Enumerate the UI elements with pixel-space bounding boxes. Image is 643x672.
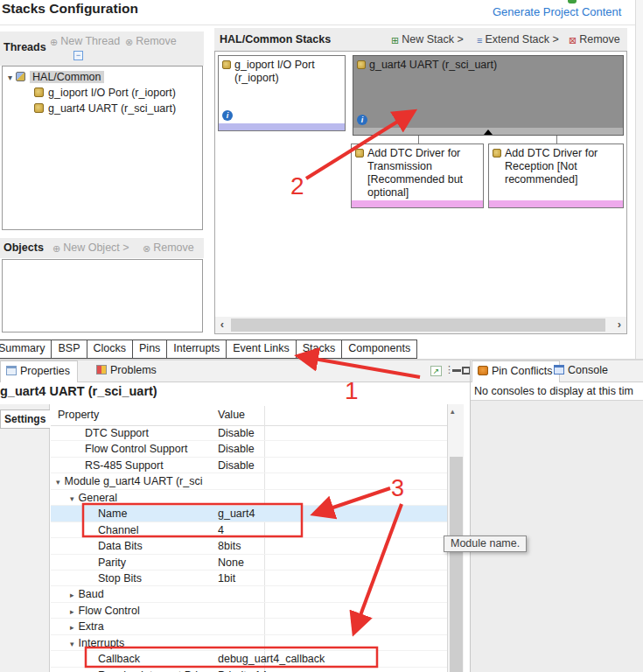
tab-stacks[interactable]: Stacks: [297, 340, 343, 359]
minimize-icon[interactable]: [452, 369, 461, 372]
property-label: Data Bits: [98, 540, 143, 552]
property-row[interactable]: ▸Extra: [51, 619, 447, 634]
property-label: Interrupts: [79, 637, 125, 649]
property-row[interactable]: RS-485 SupportDisable: [51, 458, 447, 473]
scroll-up-icon[interactable]: ▴: [451, 407, 455, 416]
property-value[interactable]: [218, 635, 447, 650]
property-row[interactable]: Callbackdebug_uart4_callback: [51, 651, 447, 667]
collapse-arrow-icon[interactable]: ▾: [70, 640, 74, 648]
tab-pin-conflicts[interactable]: Pin Conflicts: [472, 360, 560, 382]
property-value[interactable]: Disable: [218, 441, 447, 456]
property-value[interactable]: 4: [218, 522, 447, 537]
editor-scrollbar[interactable]: [635, 0, 643, 359]
property-value[interactable]: debug_uart4_callback: [218, 651, 447, 666]
column-value: Value: [218, 409, 245, 421]
objects-list[interactable]: [2, 259, 203, 332]
tree-item-label: g_ioport I/O Port (r_ioport): [48, 87, 176, 99]
tab-components[interactable]: Components: [342, 340, 417, 359]
collapse-arrow-icon[interactable]: ▾: [70, 494, 74, 503]
property-value[interactable]: [218, 490, 447, 505]
property-row[interactable]: ▸Flow Control: [51, 603, 447, 619]
generate-project-content-link[interactable]: Generate Project Content: [493, 5, 621, 18]
stack-block-uart[interactable]: g_uart4 UART (r_sci_uart) i: [353, 55, 624, 136]
tab-interrupts[interactable]: Interrupts: [167, 340, 227, 359]
scrollbar-thumb[interactable]: [231, 318, 605, 332]
stack-block-ioport[interactable]: g_ioport I/O Port (r_ioport) i: [218, 55, 346, 131]
canvas-hscrollbar[interactable]: ‹ ›: [215, 317, 626, 333]
property-value[interactable]: g_uart4: [218, 506, 447, 521]
property-name-cell: ▸Baud: [51, 586, 215, 601]
collapse-all-icon[interactable]: −: [73, 51, 83, 60]
connector-line: [418, 136, 419, 144]
property-label: Parity: [98, 556, 126, 569]
property-row[interactable]: ▾Module g_uart4 UART (r_sci: [51, 473, 447, 489]
add-module-icon: [355, 149, 364, 158]
module-icon: [16, 72, 25, 81]
scroll-right-icon[interactable]: ›: [612, 317, 626, 333]
tab-pins[interactable]: Pins: [133, 340, 167, 359]
property-label: Channel: [98, 524, 139, 536]
new-object-button[interactable]: ⊕New Object >: [52, 242, 129, 255]
property-row[interactable]: Stop Bits1bit: [51, 570, 447, 586]
view-menu-icon[interactable]: ↗: [430, 366, 442, 376]
remove-stack-button[interactable]: ⊠Remove: [569, 33, 620, 46]
tab-clocks[interactable]: Clocks: [87, 340, 134, 359]
property-value[interactable]: 8bits: [218, 538, 447, 553]
property-name-cell: ▾Module g_uart4 UART (r_sci: [51, 473, 215, 488]
property-value[interactable]: [218, 603, 447, 618]
property-value[interactable]: [218, 473, 447, 488]
property-value[interactable]: 1bit: [218, 570, 447, 585]
property-row[interactable]: ▸Baud: [51, 586, 447, 602]
extend-stack-button[interactable]: ≡Extend Stack >: [477, 33, 559, 46]
property-value[interactable]: Priority 14: [218, 668, 447, 672]
add-module-icon: [493, 149, 501, 158]
tree-item[interactable]: g_ioport I/O Port (r_ioport): [3, 85, 202, 101]
objects-panel-header: Objects ⊕New Object > ⊗Remove: [0, 238, 204, 258]
property-value[interactable]: [218, 619, 447, 634]
tab-settings[interactable]: Settings: [0, 410, 50, 429]
scroll-left-icon[interactable]: ‹: [215, 317, 229, 333]
tree-item[interactable]: g_uart4 UART (r_sci_uart): [3, 101, 202, 116]
remove-object-button[interactable]: ⊗Remove: [143, 242, 194, 255]
expand-arrow-icon[interactable]: ▸: [70, 591, 74, 599]
info-icon[interactable]: i: [357, 115, 367, 125]
stacks-configuration-page: Stacks Configuration Generate Project Co…: [0, 0, 643, 672]
threads-label: Threads: [3, 41, 46, 53]
remove-thread-button[interactable]: ⊗Remove: [125, 35, 177, 48]
info-icon[interactable]: i: [222, 110, 233, 121]
collapse-arrow-icon[interactable]: ▾: [56, 478, 60, 486]
expand-triangle-icon[interactable]: [484, 130, 493, 135]
property-row[interactable]: Flow Control SupportDisable: [51, 441, 447, 457]
property-value[interactable]: [218, 586, 447, 601]
property-row[interactable]: ▾Interrupts: [51, 635, 447, 651]
column-property: Property: [58, 409, 99, 421]
stack-block-dtc-tx[interactable]: Add DTC Driver for Transmission [Recomme…: [351, 144, 484, 208]
tab-console[interactable]: Console: [549, 360, 615, 382]
tree-item[interactable]: ▾HAL/Common: [3, 69, 202, 85]
property-row[interactable]: Data Bits8bits: [51, 538, 447, 554]
tree-item-label: g_uart4 UART (r_sci_uart): [48, 102, 176, 115]
property-value[interactable]: None: [218, 555, 447, 570]
property-label: Flow Control Support: [85, 443, 187, 455]
property-row[interactable]: Nameg_uart4: [51, 506, 447, 522]
property-row[interactable]: ParityNone: [51, 555, 447, 570]
property-row[interactable]: ▾General: [51, 490, 447, 506]
property-row[interactable]: Receive Interrupt PriPriority 14: [51, 668, 447, 672]
property-row[interactable]: DTC SupportDisable: [51, 425, 447, 441]
new-stack-button[interactable]: ⊞New Stack >: [391, 33, 464, 46]
expand-arrow-icon[interactable]: ▸: [70, 623, 74, 632]
property-value[interactable]: Disable: [218, 458, 447, 472]
tab-bsp[interactable]: BSP: [52, 340, 87, 359]
property-row[interactable]: Channel4: [51, 522, 447, 538]
tab-event-links[interactable]: Event Links: [227, 340, 297, 359]
new-thread-button[interactable]: ⊕New Thread: [50, 35, 120, 48]
properties-module-title: g_uart4 UART (r_sci_uart): [0, 384, 157, 398]
stack-block-dtc-rx[interactable]: Add DTC Driver for Reception [Not recomm…: [488, 144, 624, 208]
tab-properties[interactable]: Properties: [0, 360, 78, 382]
property-value[interactable]: Disable: [218, 425, 447, 440]
tab-problems[interactable]: Problems: [91, 360, 164, 382]
expand-arrow-icon[interactable]: ▸: [70, 607, 74, 616]
tab-summary[interactable]: Summary: [0, 340, 52, 359]
expand-arrow-icon[interactable]: ▾: [8, 73, 12, 82]
scrollbar-thumb[interactable]: [450, 457, 463, 672]
